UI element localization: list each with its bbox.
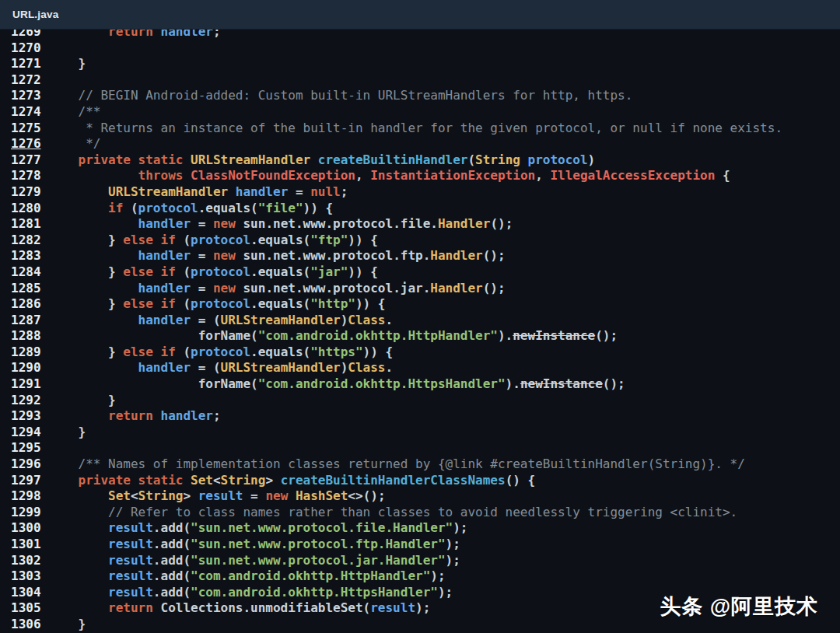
- code-line: 1272: [0, 72, 840, 89]
- line-number[interactable]: 1278: [0, 168, 48, 184]
- line-number[interactable]: 1279: [0, 184, 48, 201]
- code-line: 1285 handler = new sun.net.www.protocol.…: [0, 281, 840, 297]
- code-line: 1294 }: [0, 425, 840, 441]
- code-line: 1292 }: [0, 393, 840, 409]
- line-number[interactable]: 1295: [0, 440, 48, 456]
- window-titlebar: URL.java: [0, 0, 840, 30]
- code-line: 1274 /**: [0, 104, 840, 121]
- line-number[interactable]: 1273: [0, 88, 48, 104]
- code-line: 1286 } else if (protocol.equals("http"))…: [0, 296, 840, 313]
- line-number[interactable]: 1305: [0, 600, 48, 617]
- code-text: }: [48, 425, 86, 439]
- code-text: result.add("com.android.okhttp.HttpsHand…: [48, 585, 453, 600]
- code-line: 1278 throws ClassNotFoundException, Inst…: [0, 168, 840, 184]
- line-number[interactable]: 1275: [0, 121, 48, 137]
- code-text: result.add("sun.net.www.protocol.jar.Han…: [48, 553, 460, 568]
- code-text: */: [48, 136, 100, 151]
- line-number[interactable]: 1287: [0, 313, 48, 329]
- line-number[interactable]: 1304: [0, 585, 48, 601]
- code-text: handler = new sun.net.www.protocol.jar.H…: [48, 281, 506, 296]
- line-number[interactable]: 1301: [0, 537, 48, 553]
- line-number[interactable]: 1300: [0, 520, 48, 537]
- line-number[interactable]: 1281: [0, 216, 48, 233]
- line-number[interactable]: 1297: [0, 473, 48, 489]
- line-number[interactable]: 1280: [0, 201, 48, 217]
- line-number[interactable]: 1271: [0, 56, 48, 72]
- code-line: 1276 */: [0, 136, 840, 152]
- line-number[interactable]: 1302: [0, 553, 48, 569]
- code-text: } else if (protocol.equals("jar")) {: [48, 264, 378, 279]
- code-line: 1275 * Returns an instance of the built-…: [0, 121, 840, 137]
- code-line: 1290 handler = (URLStreamHandler)Class.: [0, 360, 840, 376]
- line-number[interactable]: 1303: [0, 568, 48, 585]
- code-text: handler = (URLStreamHandler)Class.: [48, 360, 393, 375]
- code-text: handler = new sun.net.www.protocol.ftp.H…: [48, 248, 506, 263]
- line-number[interactable]: 1286: [0, 296, 48, 313]
- code-text: URLStreamHandler handler = null;: [48, 184, 348, 199]
- line-number[interactable]: 1284: [0, 264, 48, 281]
- code-text: } else if (protocol.equals("ftp")) {: [48, 233, 378, 247]
- code-line: 1271 }: [0, 56, 840, 72]
- line-number[interactable]: 1293: [0, 408, 48, 425]
- code-line: 1296 /** Names of implementation classes…: [0, 456, 840, 473]
- code-line: 1299 // Refer to class names rather than…: [0, 505, 840, 521]
- line-number[interactable]: 1298: [0, 488, 48, 505]
- line-number[interactable]: 1274: [0, 104, 48, 121]
- code-text: if (protocol.equals("file")) {: [48, 201, 333, 215]
- line-number[interactable]: 1272: [0, 72, 48, 89]
- code-line: 1284 } else if (protocol.equals("jar")) …: [0, 264, 840, 281]
- code-line: 1303 result.add("com.android.okhttp.Http…: [0, 568, 840, 585]
- line-number[interactable]: 1290: [0, 360, 48, 376]
- code-line: 1300 result.add("sun.net.www.protocol.fi…: [0, 520, 840, 537]
- code-line: 1302 result.add("sun.net.www.protocol.ja…: [0, 553, 840, 569]
- line-number[interactable]: 1299: [0, 505, 48, 521]
- code-text: private static URLStreamHandler createBu…: [48, 152, 595, 167]
- line-number[interactable]: 1277: [0, 152, 48, 169]
- line-number[interactable]: 1294: [0, 425, 48, 441]
- code-line: 1289 } else if (protocol.equals("https")…: [0, 344, 840, 361]
- code-text: private static Set<String> createBuiltin…: [48, 473, 535, 488]
- code-text: /**: [48, 104, 100, 119]
- line-number[interactable]: 1289: [0, 344, 48, 361]
- code-line: 1291 forName("com.android.okhttp.HttpsHa…: [0, 376, 840, 393]
- code-text: return handler;: [48, 408, 221, 423]
- line-number[interactable]: 1292: [0, 393, 48, 409]
- code-text: throws ClassNotFoundException, Instantia…: [48, 168, 730, 183]
- code-text: /** Names of implementation classes retu…: [48, 456, 745, 471]
- code-line: 1283 handler = new sun.net.www.protocol.…: [0, 248, 840, 264]
- code-text: result.add("sun.net.www.protocol.ftp.Han…: [48, 537, 460, 551]
- line-number[interactable]: 1276: [0, 136, 48, 152]
- code-editor[interactable]: 1269 return handler;12701271 }12721273 /…: [0, 24, 840, 633]
- watermark: 头条 @阿里技术: [660, 593, 818, 621]
- line-number[interactable]: 1282: [0, 233, 48, 249]
- code-text: }: [48, 617, 86, 631]
- code-line: 1295: [0, 440, 840, 456]
- line-number[interactable]: 1288: [0, 328, 48, 344]
- line-number[interactable]: 1283: [0, 248, 48, 264]
- code-line: 1273 // BEGIN Android-added: Custom buil…: [0, 88, 840, 104]
- code-text: // BEGIN Android-added: Custom built-in …: [48, 88, 632, 103]
- line-number[interactable]: 1306: [0, 617, 48, 633]
- code-text: } else if (protocol.equals("https")) {: [48, 344, 393, 359]
- code-line: 1287 handler = (URLStreamHandler)Class.: [0, 313, 840, 329]
- window-title: URL.java: [12, 9, 58, 20]
- code-text: forName("com.android.okhttp.HttpsHandler…: [48, 376, 625, 391]
- code-text: }: [48, 393, 116, 407]
- code-line: 1279 URLStreamHandler handler = null;: [0, 184, 840, 201]
- line-number[interactable]: 1291: [0, 376, 48, 393]
- code-line: 1280 if (protocol.equals("file")) {: [0, 201, 840, 217]
- code-text: result.add("sun.net.www.protocol.file.Ha…: [48, 520, 467, 535]
- code-text: // Refer to class names rather than clas…: [48, 505, 737, 519]
- code-text: }: [48, 56, 86, 71]
- code-line: 1281 handler = new sun.net.www.protocol.…: [0, 216, 840, 233]
- line-number[interactable]: 1285: [0, 281, 48, 297]
- code-line: 1270: [0, 40, 840, 57]
- line-number[interactable]: 1270: [0, 40, 48, 57]
- code-text: forName("com.android.okhttp.HttpHandler"…: [48, 328, 618, 343]
- code-text: handler = new sun.net.www.protocol.file.…: [48, 216, 513, 231]
- code-line: 1293 return handler;: [0, 408, 840, 425]
- code-text: result.add("com.android.okhttp.HttpHandl…: [48, 568, 446, 583]
- code-line: 1298 Set<String> result = new HashSet<>(…: [0, 488, 840, 505]
- line-number[interactable]: 1296: [0, 456, 48, 473]
- code-line: 1301 result.add("sun.net.www.protocol.ft…: [0, 537, 840, 553]
